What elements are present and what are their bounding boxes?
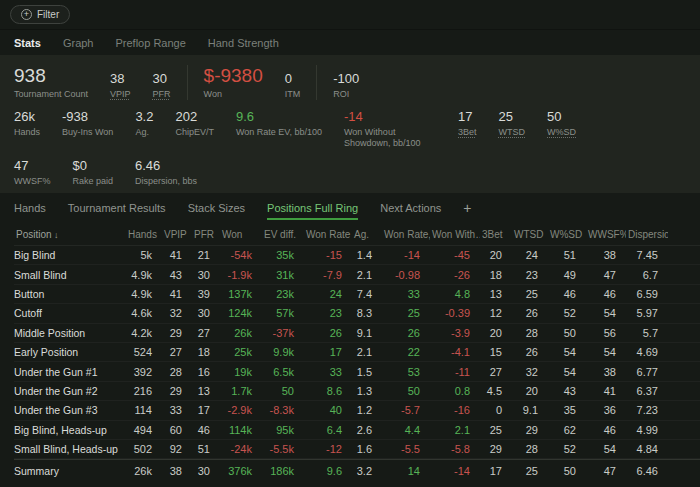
cell-wwsf: 54 [586, 346, 626, 358]
filter-bar: + Filter [0, 0, 700, 30]
column-header-4-pfr[interactable]: PFR [192, 229, 220, 240]
filter-button[interactable]: + Filter [10, 5, 70, 24]
cell-won: -54k [220, 249, 262, 261]
cell-ag: 2.1 [352, 346, 382, 358]
table-row-big-blind-heads-up[interactable]: Big Blind, Heads-up4946046114k95k6.42.64… [14, 421, 700, 440]
tab-positions-full-ring[interactable]: Positions Full Ring [267, 196, 358, 220]
cell-won-with: -14 [430, 465, 480, 477]
column-header-label: 3Bet [482, 229, 503, 240]
table-row-cutoff[interactable]: Cutoff4.6k3230124k57k238.325-0.391226525… [14, 304, 700, 323]
cell-wtsd: 20 [512, 385, 548, 397]
column-header-1-position[interactable]: Position ↓ [14, 229, 126, 240]
stat-label: VPIP [110, 89, 131, 100]
cell-hands: 26k [126, 465, 162, 477]
column-header-8-ag[interactable]: Ag. [352, 229, 382, 240]
column-header-7-won-rate[interactable]: Won Rate … [304, 229, 352, 240]
tab-tournament-results[interactable]: Tournament Results [68, 196, 166, 220]
table-row-under-the-gun-1[interactable]: Under the Gun #1392281619k6.5k331.553-11… [14, 362, 700, 381]
column-header-label: WWSF% [588, 229, 626, 240]
column-header-15-dispersio[interactable]: Dispersio… [626, 229, 668, 240]
cell-pfr: 17 [192, 404, 220, 416]
column-header-6-ev-diff[interactable]: EV diff. [262, 229, 304, 240]
table-row-small-blind[interactable]: Small Blind4.9k4330-1.9k31k-7.92.1-0.98-… [14, 265, 700, 284]
column-header-label: W%SD [550, 229, 582, 240]
cell-won-with: -4.1 [430, 346, 480, 358]
stat-value: 6.46 [135, 158, 197, 173]
column-header-label: EV diff. [264, 229, 296, 240]
table-row-small-blind-heads-up[interactable]: Small Blind, Heads-up5029251-24k-5.5k-12… [14, 440, 700, 459]
cell-won-rate: 26 [304, 327, 352, 339]
cell-won-with: -11 [430, 366, 480, 378]
table-row-button[interactable]: Button4.9k4139137k23k247.4334.8132546466… [14, 285, 700, 304]
table-row-early-position[interactable]: Early Position524271825k9.9k172.122-4.11… [14, 343, 700, 362]
tab-stack-sizes[interactable]: Stack Sizes [188, 196, 245, 220]
stat-label: ChipEV/T [175, 127, 214, 138]
table-row-middle-position[interactable]: Middle Position4.2k292726k-37k269.126-3.… [14, 324, 700, 343]
cell-won-rate: 23 [304, 307, 352, 319]
cell-won-rate: 22 [382, 346, 430, 358]
column-header-label: WTSD [514, 229, 543, 240]
column-header-12-wtsd[interactable]: WTSD [512, 229, 548, 240]
cell-ag: 2.6 [352, 424, 382, 436]
cell-ev-diff: 23k [262, 288, 304, 300]
cell-pfr: 51 [192, 443, 220, 455]
column-header-5-won[interactable]: Won [220, 229, 262, 240]
cell-3bet: 15 [480, 346, 512, 358]
view-tab-bar: StatsGraphPreflop RangeHand Strength [0, 30, 700, 55]
position-cell: Middle Position [14, 327, 126, 339]
position-cell: Button [14, 288, 126, 300]
stat-label: Won Rate EV, bb/100 [236, 127, 322, 138]
cell-hands: 114 [126, 404, 162, 416]
table-row-under-the-gun-3[interactable]: Under the Gun #31143317-2.9k-8.3k401.2-5… [14, 401, 700, 420]
tab-graph[interactable]: Graph [63, 37, 94, 49]
cell-won-rate: 9.6 [304, 465, 352, 477]
report-tab-bar: HandsTournament ResultsStack SizesPositi… [0, 194, 700, 221]
cell-w-sd: 43 [548, 385, 586, 397]
stat-value: 17 [458, 109, 477, 124]
cell-wtsd: 26 [512, 307, 548, 319]
cell-won-with: -5.8 [430, 443, 480, 455]
cell-pfr: 13 [192, 385, 220, 397]
cell-wwsf: 38 [586, 249, 626, 261]
table-row-summary[interactable]: Summary26k3830376k186k9.63.214-141725504… [14, 459, 700, 481]
column-header-13-w-sd[interactable]: W%SD [548, 229, 586, 240]
stat-label: Dispersion, bbs [135, 176, 197, 187]
cell-ag: 1.2 [352, 404, 382, 416]
cell-hands: 4.9k [126, 288, 162, 300]
add-tab-button[interactable]: + [463, 201, 471, 215]
column-header-3-vpip[interactable]: VPIP [162, 229, 192, 240]
cell-won-rate: 17 [304, 346, 352, 358]
column-header-14-wwsf[interactable]: WWSF% [586, 229, 626, 240]
cell-ag: 9.1 [352, 327, 382, 339]
cell-pfr: 18 [192, 346, 220, 358]
stat-value: 0 [285, 71, 301, 86]
cell-won: 19k [220, 366, 262, 378]
table-row-big-blind[interactable]: Big Blind5k4121-54k35k-151.4-14-45202451… [14, 246, 700, 265]
cell-dispersio: 7.45 [626, 249, 668, 261]
tab-next-actions[interactable]: Next Actions [380, 196, 441, 220]
cell-won: 26k [220, 327, 262, 339]
tab-hand-strength[interactable]: Hand Strength [208, 37, 279, 49]
cell-dispersio: 4.69 [626, 346, 668, 358]
tab-hands[interactable]: Hands [14, 196, 46, 220]
cell-won-with: 2.1 [430, 424, 480, 436]
column-header-2-hands[interactable]: Hands [126, 229, 162, 240]
cell-vpip: 29 [162, 385, 192, 397]
cell-won-rate: -15 [304, 249, 352, 261]
cell-w-sd: 52 [548, 443, 586, 455]
cell-won-with: -3.9 [430, 327, 480, 339]
cell-ag: 1.6 [352, 443, 382, 455]
column-header-11-3bet[interactable]: 3Bet [480, 229, 512, 240]
cell-wwsf: 36 [586, 404, 626, 416]
cell-wwsf: 54 [586, 443, 626, 455]
cell-ev-diff: -8.3k [262, 404, 304, 416]
cell-won: 1.7k [220, 385, 262, 397]
tab-stats[interactable]: Stats [14, 37, 41, 49]
column-header-9-won-rate[interactable]: Won Rate, … [382, 229, 430, 240]
cell-wtsd: 28 [512, 327, 548, 339]
cell-ev-diff: 186k [262, 465, 304, 477]
tab-preflop-range[interactable]: Preflop Range [115, 37, 185, 49]
column-header-10-won-with[interactable]: Won With… [430, 229, 480, 240]
table-row-under-the-gun-2[interactable]: Under the Gun #221629131.7k508.61.3500.8… [14, 382, 700, 401]
cell-vpip: 43 [162, 269, 192, 281]
